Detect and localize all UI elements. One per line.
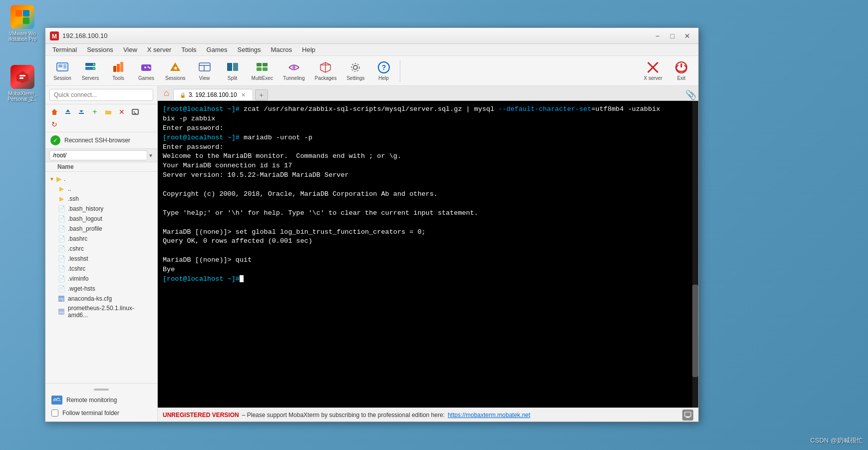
menu-settings[interactable]: Settings <box>233 45 266 54</box>
remote-monitoring-icon <box>51 396 62 405</box>
sidebar-upload-button[interactable] <box>75 106 87 117</box>
svg-rect-49 <box>65 113 70 114</box>
file-item-bash-logout[interactable]: 📄 .bash_logout <box>45 214 157 224</box>
sidebar-toolbar: + ✕ ↻ <box>45 104 157 132</box>
file-item-viminfo[interactable]: 📄 .viminfo <box>45 274 157 284</box>
file-header: Name <box>45 162 157 172</box>
file-item-lesshst[interactable]: 📄 .lesshst <box>45 254 157 264</box>
root-folder-item[interactable]: ▼ ▶ . <box>45 174 157 184</box>
window-title: 192.168.100.10 <box>62 32 650 39</box>
term-line-11: Query OK, 0 rows affected (0.001 sec) <box>163 237 687 246</box>
menu-xserver[interactable]: X server <box>142 45 176 54</box>
file-name-bash-history: .bash_history <box>68 205 103 212</box>
sidebar-refresh-button[interactable]: ↻ <box>48 119 60 130</box>
path-dropdown-icon[interactable]: ▼ <box>148 153 153 158</box>
sidebar-home-button[interactable] <box>48 106 60 117</box>
menu-macros[interactable]: Macros <box>266 45 297 54</box>
menu-sessions[interactable]: Sessions <box>82 45 118 54</box>
svg-point-17 <box>93 67 95 69</box>
sidebar-folder-button[interactable] <box>102 106 114 117</box>
remote-monitoring-button[interactable]: Remote monitoring <box>45 393 157 408</box>
svg-rect-33 <box>257 63 262 66</box>
terminal-tab-1[interactable]: 🔒 3. 192.168.100.10 ✕ <box>173 89 253 100</box>
remote-monitoring-label: Remote monitoring <box>66 397 117 404</box>
term-line-7: Server version: 10.5.22-MariaDB MariaDB … <box>163 171 687 180</box>
toolbar-exit-button[interactable]: Exit <box>668 58 694 83</box>
packages-label: Packages <box>315 75 337 81</box>
menu-terminal[interactable]: Terminal <box>47 45 82 54</box>
file-icon-bash-history: 📄 <box>57 205 65 213</box>
toolbar-view-button[interactable]: View <box>192 58 218 83</box>
svg-rect-10 <box>58 64 62 67</box>
moba-window: M 192.168.100.10 − □ ✕ Terminal Sessions… <box>45 27 699 422</box>
svg-rect-20 <box>120 62 123 72</box>
toolbar-settings-button[interactable]: Settings <box>342 58 368 83</box>
sidebar-terminal-button[interactable] <box>129 106 141 117</box>
resize-handle[interactable] <box>45 387 157 393</box>
tab-close-button[interactable]: ✕ <box>240 92 247 98</box>
terminal-scrollbar[interactable] <box>692 101 698 408</box>
toolbar-xserver-button[interactable]: X server <box>640 58 666 83</box>
file-item-bash-history[interactable]: 📄 .bash_history <box>45 204 157 214</box>
toolbar-packages-button[interactable]: Packages <box>311 58 341 83</box>
file-item-ssh[interactable]: ▶ .ssh <box>45 194 157 204</box>
toolbar-servers-button[interactable]: Servers <box>77 58 103 83</box>
svg-rect-6 <box>19 77 23 79</box>
quick-connect-input[interactable] <box>49 89 153 101</box>
home-tab[interactable]: ⌂ <box>160 86 173 100</box>
file-item-bashrc[interactable]: 📄 .bashrc <box>45 234 157 244</box>
scrollbar-thumb[interactable] <box>692 285 698 377</box>
toolbar-session-button[interactable]: Session <box>49 58 75 83</box>
file-item-cshrc[interactable]: 📄 .cshrc <box>45 244 157 254</box>
tunneling-icon <box>287 60 301 74</box>
svg-point-37 <box>292 66 295 69</box>
sidebar-newfolder-button[interactable]: + <box>89 106 101 117</box>
toolbar-games-button[interactable]: Games <box>133 58 159 83</box>
status-message: – Please support MobaXterm by subscribin… <box>242 412 445 419</box>
menu-games[interactable]: Games <box>202 45 233 54</box>
file-name-viminfo: .viminfo <box>68 275 88 282</box>
session-icon <box>55 60 69 74</box>
new-tab-button[interactable]: + <box>255 89 268 100</box>
maximize-button[interactable]: □ <box>665 30 679 41</box>
svg-rect-36 <box>263 67 268 71</box>
toolbar-tools-button[interactable]: Tools <box>105 58 131 83</box>
toolbar-tunneling-button[interactable]: Tunneling <box>279 58 309 83</box>
reconnect-ssh-button[interactable]: ✓ Reconnect SSH-browser <box>45 132 157 149</box>
terminal-content[interactable]: [root@localhost ~]# zcat /usr/share/zabb… <box>158 101 692 408</box>
toolbar-split-button[interactable]: Split <box>220 58 246 83</box>
menu-view[interactable]: View <box>118 45 142 54</box>
file-item-prometheus[interactable]: pkg prometheus-2.50.1.linux-amd6... <box>45 304 157 320</box>
file-name-wget-hsts: .wget-hsts <box>68 285 95 292</box>
file-item-anaconda-ks[interactable]: cfg anaconda-ks.cfg <box>45 294 157 304</box>
path-input[interactable] <box>49 150 147 160</box>
file-item-tcshrc[interactable]: 📄 .tcshrc <box>45 264 157 274</box>
file-item-wget-hsts[interactable]: 📄 .wget-hsts <box>45 284 157 294</box>
svg-text:pkg: pkg <box>59 311 64 314</box>
file-icon-prometheus: pkg <box>57 308 65 316</box>
svg-rect-18 <box>113 66 116 72</box>
follow-folder-checkbox[interactable] <box>51 410 58 417</box>
mobaxterm-desktop-icon[interactable]: MobaXterm_Personal_2... <box>2 65 42 102</box>
file-item-bash-profile[interactable]: 📄 .bash_profile <box>45 224 157 234</box>
toolbar-multiexec-button[interactable]: MultiExec <box>248 58 277 83</box>
close-button[interactable]: ✕ <box>680 30 694 41</box>
file-item-dotdot[interactable]: ▶ .. <box>45 184 157 194</box>
xserver-icon <box>646 60 660 74</box>
follow-folder-row: Follow terminal folder <box>45 408 157 419</box>
pin-button[interactable]: 📎 <box>685 89 696 100</box>
sidebar-delete-button[interactable]: ✕ <box>116 106 128 117</box>
status-link[interactable]: https://mobaxterm.mobatek.net <box>448 412 530 419</box>
file-name-ssh: .ssh <box>68 195 79 202</box>
toolbar-help-button[interactable]: ? Help <box>371 58 397 83</box>
vmware-desktop-icon[interactable]: VMware Wo rkstation Pro <box>2 5 42 42</box>
reconnect-label: Reconnect SSH-browser <box>64 137 130 144</box>
unregistered-label: UNREGISTERED VERSION <box>163 412 239 419</box>
csdn-watermark: CSDN @奶喊很忙 <box>810 436 863 445</box>
toolbar-sessions-button[interactable]: ★ Sessions <box>161 58 190 83</box>
minimize-button[interactable]: − <box>650 30 664 41</box>
mobaxterm-label: MobaXterm_Personal_2... <box>2 91 42 102</box>
sidebar-download-button[interactable] <box>62 106 74 117</box>
menu-help[interactable]: Help <box>297 45 320 54</box>
menu-tools[interactable]: Tools <box>176 45 201 54</box>
